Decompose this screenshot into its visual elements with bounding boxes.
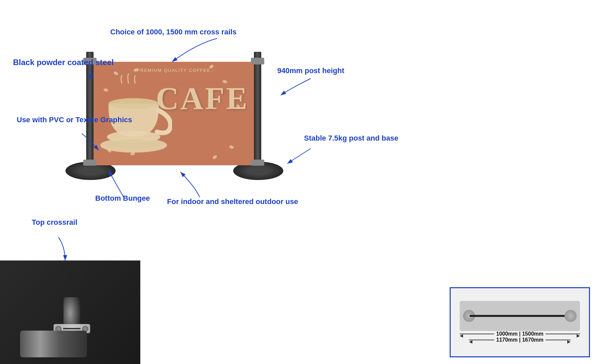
photo-area — [0, 260, 140, 364]
annotation-post-height: 940mm post height — [277, 66, 344, 76]
diagram-box: 1000mm | 1500mm 1170mm | 1670mm — [450, 287, 590, 357]
clip-top-right — [251, 58, 264, 64]
annotation-bottom-bungee: Bottom Bungee — [95, 194, 150, 203]
post-left — [86, 52, 94, 170]
banner-top-text: - PREMIUM QUALITY COFFEE - — [94, 68, 254, 73]
annotation-pvc-textile: Use with PVC or Textile Graphics — [17, 115, 132, 125]
bungee-bottom-right — [251, 160, 264, 166]
svg-point-1 — [109, 98, 159, 109]
bungee-bottom-left — [83, 160, 97, 166]
annotation-cross-rails: Choice of 1000, 1500 mm cross rails — [110, 27, 237, 37]
diagram-rod — [470, 315, 570, 317]
diagram-label-2: 1170mm | 1670mm — [494, 337, 545, 343]
annotation-black-powder: Black powder coated steel — [13, 57, 114, 67]
diagram-ball-right — [565, 310, 577, 322]
diagram-inner — [460, 301, 580, 331]
diagram-label-1: 1000mm | 1500mm — [494, 331, 545, 337]
svg-point-3 — [104, 139, 163, 148]
annotation-top-crossrail: Top crossrail — [32, 218, 78, 227]
post-right — [254, 52, 261, 170]
banner-cafe-text: CAFE — [156, 80, 249, 117]
annotation-stable: Stable 7.5kg post and base — [304, 134, 398, 143]
annotation-indoor-outdoor: For indoor and sheltered outdoor use — [167, 197, 298, 207]
banner-graphic: - PREMIUM QUALITY COFFEE - CAFE — [94, 62, 254, 165]
photo-crossrail — [20, 331, 87, 357]
